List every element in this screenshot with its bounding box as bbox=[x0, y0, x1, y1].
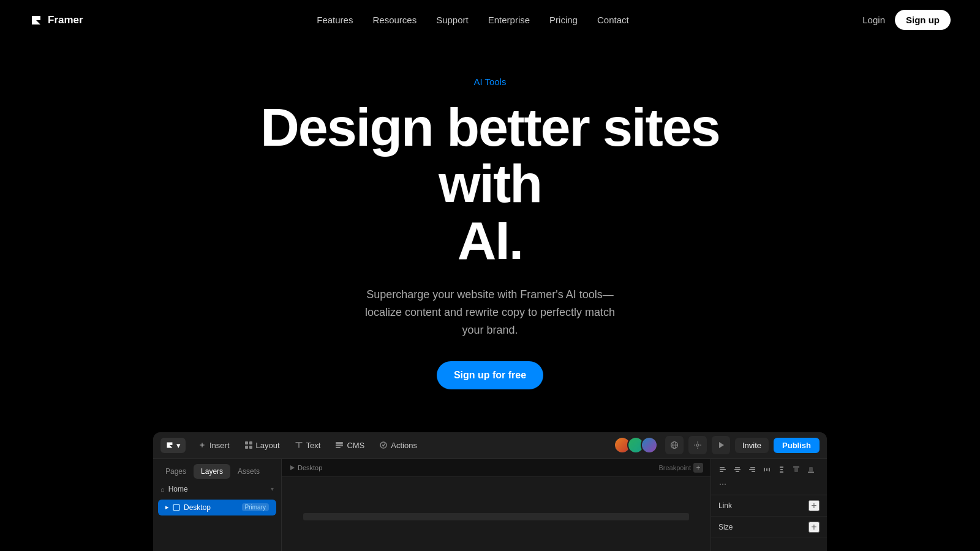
editor-toolbar: ▾ ＋ Insert Layout Text bbox=[153, 432, 827, 459]
hero-tag: AI Tools bbox=[473, 77, 506, 87]
actions-icon bbox=[379, 441, 388, 449]
login-button[interactable]: Login bbox=[862, 15, 885, 25]
toolbar-text-btn[interactable]: Text bbox=[288, 438, 327, 453]
svg-rect-23 bbox=[752, 471, 755, 472]
nav-contact[interactable]: Contact bbox=[597, 15, 629, 25]
globe-icon bbox=[670, 441, 679, 449]
preview-icon-btn[interactable] bbox=[712, 436, 730, 454]
align-left-btn[interactable] bbox=[716, 463, 729, 476]
framer-logo-icon bbox=[29, 13, 43, 27]
distribute-h-btn[interactable] bbox=[760, 463, 774, 476]
signup-button[interactable]: Sign up bbox=[895, 10, 951, 30]
svg-point-11 bbox=[696, 444, 699, 446]
nav-features[interactable]: Features bbox=[317, 15, 353, 25]
svg-rect-6 bbox=[336, 447, 341, 448]
align-top-icon bbox=[793, 466, 800, 473]
hero-title: Design better sites with AI. bbox=[239, 99, 741, 269]
home-page-icon: ⌂ bbox=[160, 485, 165, 493]
editor-preview: ▾ ＋ Insert Layout Text bbox=[153, 432, 827, 551]
invite-button[interactable]: Invite bbox=[735, 438, 769, 453]
canvas-bar bbox=[303, 513, 689, 520]
tab-pages[interactable]: Pages bbox=[158, 464, 194, 479]
breakpoint-label: Breakpoint + bbox=[658, 463, 703, 473]
layout-icon bbox=[244, 441, 253, 449]
distribute-v-icon bbox=[778, 466, 785, 473]
toolbar-layout-btn[interactable]: Layout bbox=[238, 438, 286, 453]
nav-actions: Login Sign up bbox=[862, 10, 951, 30]
publish-button[interactable]: Publish bbox=[774, 438, 820, 453]
toolbar-cms-btn[interactable]: CMS bbox=[329, 438, 371, 453]
panel-desktop-row[interactable]: ▸ Desktop Primary bbox=[158, 500, 276, 515]
navbar: Framer Features Resources Support Enterp… bbox=[0, 0, 980, 40]
cms-icon bbox=[335, 441, 344, 449]
svg-rect-24 bbox=[764, 468, 765, 471]
right-align-toolbar: ⋯ bbox=[711, 459, 827, 495]
breakpoint-text: Breakpoint bbox=[658, 464, 691, 471]
toolbar-actions-btn[interactable]: Actions bbox=[373, 438, 423, 453]
nav-links: Features Resources Support Enterprise Pr… bbox=[317, 15, 628, 26]
align-center-icon bbox=[734, 466, 741, 473]
align-right-btn[interactable] bbox=[745, 463, 759, 476]
align-bottom-btn[interactable] bbox=[804, 463, 818, 476]
text-tool-icon bbox=[295, 441, 303, 449]
link-label: Link bbox=[718, 501, 732, 510]
svg-rect-17 bbox=[720, 471, 723, 472]
align-right-icon bbox=[748, 466, 756, 473]
more-btn[interactable]: ⋯ bbox=[716, 478, 729, 491]
logo[interactable]: Framer bbox=[29, 13, 83, 27]
panel-tabs: Pages Layers Assets bbox=[153, 459, 281, 479]
frame-name: Desktop bbox=[298, 464, 322, 471]
hero-title-line2: AI. bbox=[458, 210, 522, 271]
link-section: Link + bbox=[711, 495, 827, 517]
play-small-icon bbox=[289, 465, 295, 471]
svg-rect-16 bbox=[720, 469, 726, 470]
nav-support[interactable]: Support bbox=[436, 15, 469, 25]
play-icon bbox=[717, 441, 725, 449]
cta-button[interactable]: Sign up for free bbox=[437, 361, 543, 389]
svg-rect-2 bbox=[245, 446, 248, 449]
gear-icon bbox=[693, 441, 702, 449]
globe-icon-btn[interactable] bbox=[665, 436, 684, 454]
svg-rect-22 bbox=[749, 469, 755, 470]
align-left-icon bbox=[719, 466, 726, 473]
desktop-label: Desktop bbox=[184, 503, 211, 512]
desktop-badge: Primary bbox=[242, 503, 269, 511]
svg-rect-13 bbox=[173, 504, 179, 511]
canvas-topbar: Desktop Breakpoint + bbox=[282, 459, 710, 477]
breakpoint-plus-btn[interactable]: + bbox=[693, 463, 703, 473]
svg-rect-1 bbox=[249, 441, 252, 444]
hero-title-line1: Design better sites with bbox=[260, 97, 719, 214]
home-label: Home bbox=[168, 485, 188, 493]
svg-rect-15 bbox=[720, 467, 725, 468]
nav-enterprise[interactable]: Enterprise bbox=[488, 15, 530, 25]
avatar-group bbox=[614, 437, 658, 454]
text-label: Text bbox=[306, 441, 321, 450]
hero-subtitle: Supercharge your website with Framer's A… bbox=[361, 286, 619, 339]
settings-icon-btn[interactable] bbox=[688, 436, 707, 454]
size-add-btn[interactable]: + bbox=[809, 522, 820, 533]
svg-rect-33 bbox=[809, 467, 813, 471]
avatar-3 bbox=[641, 437, 658, 454]
chevron-down-icon: ▾ bbox=[271, 485, 274, 492]
nav-pricing[interactable]: Pricing bbox=[549, 15, 578, 25]
insert-label: Insert bbox=[209, 441, 230, 450]
tab-layers[interactable]: Layers bbox=[194, 464, 230, 479]
canvas-frame-label: Desktop bbox=[289, 464, 322, 471]
align-center-btn[interactable] bbox=[731, 463, 744, 476]
editor-logo-btn[interactable]: ▾ bbox=[160, 438, 186, 453]
tab-assets[interactable]: Assets bbox=[230, 464, 267, 479]
size-section: Size + bbox=[711, 517, 827, 538]
nav-resources[interactable]: Resources bbox=[372, 15, 417, 25]
svg-marker-12 bbox=[719, 442, 724, 448]
panel-home-row[interactable]: ⌂ Home ▾ bbox=[153, 481, 281, 497]
distribute-v-btn[interactable] bbox=[775, 463, 788, 476]
svg-rect-3 bbox=[249, 446, 252, 449]
align-top-btn[interactable] bbox=[790, 463, 803, 476]
editor-logo-arrow: ▾ bbox=[176, 441, 181, 450]
toolbar-right: Invite Publish bbox=[614, 436, 820, 454]
logo-text: Framer bbox=[48, 14, 83, 26]
svg-rect-21 bbox=[750, 467, 755, 468]
link-add-btn[interactable]: + bbox=[809, 500, 820, 511]
canvas-content[interactable] bbox=[282, 477, 710, 551]
toolbar-insert-btn[interactable]: ＋ Insert bbox=[192, 437, 236, 454]
